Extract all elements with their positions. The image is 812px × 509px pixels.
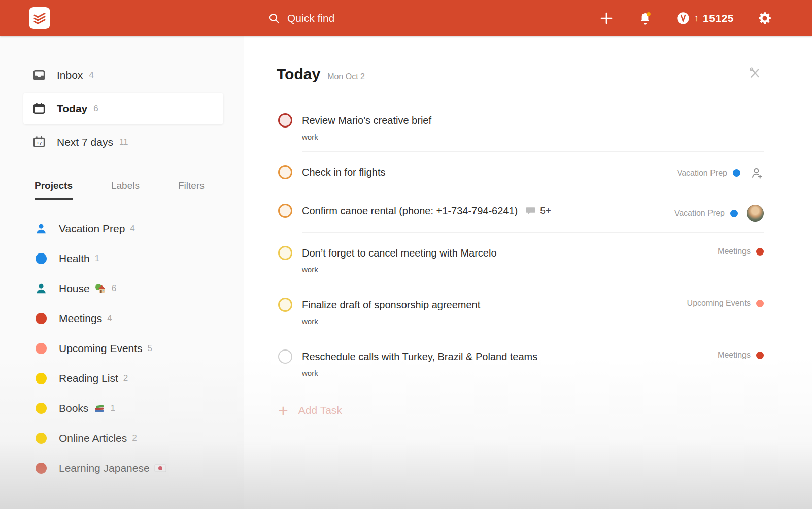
project-name: Upcoming Events <box>59 342 143 355</box>
project-name: Books <box>59 402 88 415</box>
assignee-avatar[interactable] <box>747 205 764 222</box>
task-project-dot <box>730 210 738 217</box>
quick-find-label: Quick find <box>287 12 334 24</box>
project-item-reading-list[interactable]: Reading List 2 <box>0 363 244 393</box>
house-emoji <box>94 283 107 294</box>
task-project-dot <box>756 248 764 256</box>
project-item-vacation-prep[interactable]: Vacation Prep 4 <box>0 213 244 243</box>
task-checkbox[interactable] <box>278 246 292 260</box>
karma-icon <box>676 11 690 25</box>
task-row[interactable]: Confirm canoe rental (phone: +1-734-794-… <box>278 190 764 233</box>
sidebar-item-count: 4 <box>89 70 93 80</box>
task-title: Finalize draft of sponsorship agreement <box>302 297 480 312</box>
task-label[interactable]: work <box>302 317 687 326</box>
project-count: 6 <box>112 283 116 294</box>
task-label[interactable]: work <box>302 265 718 274</box>
top-bar: Quick find ↑ 15125 <box>0 0 812 36</box>
project-count: 4 <box>130 224 134 234</box>
svg-text:+7: +7 <box>37 141 42 146</box>
sidebar-item-inbox[interactable]: Inbox 4 <box>0 60 244 90</box>
settings-gear-icon[interactable] <box>757 11 772 26</box>
tab-projects[interactable]: Projects <box>35 180 73 200</box>
karma-score[interactable]: ↑ 15125 <box>676 11 734 25</box>
task-checkbox[interactable] <box>278 298 292 312</box>
task-label[interactable]: work <box>302 133 764 141</box>
project-item-books[interactable]: Books 1 <box>0 393 244 423</box>
project-item-learning-japanese[interactable]: Learning Japanese <box>0 453 244 483</box>
task-checkbox[interactable] <box>278 165 292 179</box>
inbox-icon <box>31 68 47 83</box>
task-title: Check in for flights <box>302 165 386 180</box>
project-name: Online Articles <box>59 432 127 444</box>
view-tools-icon[interactable] <box>748 67 761 80</box>
task-title: Review Mario's creative brief <box>302 113 431 128</box>
sidebar-item-next-7-days[interactable]: +7 Next 7 days 11 <box>0 128 244 157</box>
task-checkbox[interactable] <box>278 349 292 364</box>
task-label[interactable]: work <box>302 369 718 377</box>
project-count: 2 <box>123 373 128 384</box>
project-color-dot <box>36 403 47 414</box>
todoist-checkmarks-icon <box>32 11 47 26</box>
task-project-dot <box>733 169 740 177</box>
project-name: Vacation Prep <box>59 222 125 235</box>
page-date: Mon Oct 2 <box>327 72 365 81</box>
project-item-upcoming-events[interactable]: Upcoming Events 5 <box>0 333 244 363</box>
add-task-plus-icon: + <box>278 403 288 418</box>
task-checkbox[interactable] <box>278 204 292 218</box>
add-task-plus-icon[interactable] <box>599 11 614 26</box>
page-title: Today <box>277 66 320 83</box>
assign-person-add-icon[interactable] <box>750 166 764 180</box>
sidebar-item-label: Inbox <box>57 69 83 81</box>
task-project-name[interactable]: Meetings <box>718 351 751 360</box>
task-list: Review Mario's creative brief work Check… <box>278 100 764 388</box>
calendar-week-icon: +7 <box>31 135 47 150</box>
sidebar-item-count: 6 <box>93 104 98 114</box>
tab-labels[interactable]: Labels <box>111 180 140 199</box>
task-row[interactable]: Reschedule calls with Turkey, Brazil & P… <box>278 336 764 388</box>
main-content: Today Mon Oct 2 Review Mario's creative … <box>244 36 812 509</box>
project-count: 5 <box>148 343 152 354</box>
quick-find-search[interactable]: Quick find <box>268 0 334 36</box>
add-task-button[interactable]: + Add Task <box>278 403 812 418</box>
project-color-dot <box>36 253 47 264</box>
japan-flag-emoji <box>154 464 166 473</box>
project-name: Health <box>59 252 90 265</box>
task-project-name[interactable]: Meetings <box>718 247 751 256</box>
task-checkbox[interactable] <box>278 113 292 128</box>
task-project-dot <box>756 300 764 307</box>
task-project-name[interactable]: Vacation Prep <box>674 209 725 218</box>
task-project-name[interactable]: Vacation Prep <box>677 169 727 178</box>
notifications-bell-icon[interactable] <box>637 11 653 26</box>
sidebar: Inbox 4 Today 6 +7 Next 7 days 11 Pr <box>0 36 244 509</box>
project-count: 1 <box>110 403 115 413</box>
add-task-label: Add Task <box>298 404 342 417</box>
sidebar-tabs: Projects Labels Filters <box>35 180 223 199</box>
karma-up-arrow: ↑ <box>694 13 699 24</box>
task-title: Don’t forget to cancel meeting with Marc… <box>302 245 497 261</box>
task-row[interactable]: Finalize draft of sponsorship agreement … <box>278 284 764 336</box>
shared-project-icon <box>35 282 48 295</box>
sidebar-item-label: Next 7 days <box>57 136 113 148</box>
project-name: Meetings <box>59 312 102 325</box>
project-color-dot <box>36 373 47 384</box>
task-row[interactable]: Check in for flights Vacation Prep <box>278 152 764 190</box>
project-list: Vacation Prep 4 Health 1 House <box>0 213 244 483</box>
task-row[interactable]: Don’t forget to cancel meeting with Marc… <box>278 233 764 284</box>
project-count: 2 <box>132 433 137 443</box>
project-item-health[interactable]: Health 1 <box>0 243 244 273</box>
project-item-house[interactable]: House 6 <box>0 273 244 303</box>
task-project-dot <box>756 352 764 359</box>
task-row[interactable]: Review Mario's creative brief work <box>278 100 764 152</box>
project-count: 1 <box>95 253 99 264</box>
project-name: Learning Japanese <box>59 462 150 474</box>
sidebar-item-today[interactable]: Today 6 <box>23 93 223 124</box>
project-item-online-articles[interactable]: Online Articles 2 <box>0 423 244 453</box>
project-color-dot <box>36 463 47 474</box>
project-color-dot <box>36 313 47 324</box>
todoist-logo[interactable] <box>29 7 50 29</box>
project-item-meetings[interactable]: Meetings 4 <box>0 303 244 333</box>
comment-bubble-icon <box>525 205 536 217</box>
tab-filters[interactable]: Filters <box>178 180 205 199</box>
task-project-name[interactable]: Upcoming Events <box>687 299 751 308</box>
task-comments[interactable]: 5+ <box>525 205 551 217</box>
